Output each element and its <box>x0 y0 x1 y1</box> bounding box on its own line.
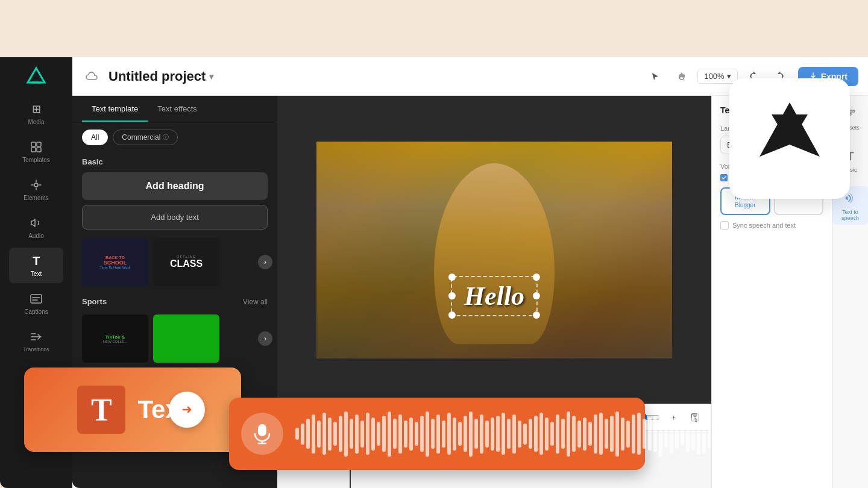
sidebar-label-media: Media <box>28 119 44 125</box>
wave-bar <box>556 414 559 454</box>
add-heading-label: Add heading <box>146 181 204 191</box>
add-body-button[interactable]: Add body text <box>82 205 268 230</box>
wave-bar <box>480 414 483 454</box>
zoom-control[interactable]: 100% ▾ <box>697 69 737 84</box>
wave-bar <box>306 419 310 449</box>
wave-bar <box>686 416 690 452</box>
handle-mr[interactable] <box>533 292 540 299</box>
sidebar-item-captions[interactable]: Captions <box>9 286 63 321</box>
sidebar-label-captions: Captions <box>24 308 48 315</box>
transitions-icon <box>29 330 43 344</box>
wave-bar <box>681 422 684 446</box>
wave-bar <box>317 421 321 448</box>
wave-bar <box>572 416 576 452</box>
filter-commercial-label: Commercial <box>122 133 160 142</box>
wave-bar <box>534 416 538 452</box>
wave-bar <box>485 421 489 448</box>
wave-bar <box>545 418 549 451</box>
svg-rect-2 <box>37 142 41 146</box>
wave-bar <box>474 419 478 449</box>
filter-all-button[interactable]: All <box>82 130 108 145</box>
wave-bar <box>447 413 451 455</box>
hand-tool-button[interactable] <box>671 66 693 87</box>
zoom-value: 100% <box>704 72 724 81</box>
wave-bar <box>409 418 413 451</box>
wave-bar <box>436 414 440 454</box>
wave-bar <box>295 428 299 440</box>
wave-bar <box>360 421 364 448</box>
sidebar-item-elements[interactable]: Elements <box>9 172 63 207</box>
text-element[interactable]: Hello <box>451 276 538 316</box>
cursor-tool-button[interactable] <box>644 66 666 87</box>
wave-bar <box>615 411 619 457</box>
filter-commercial-button[interactable]: Commercial ⓘ <box>113 130 178 145</box>
svg-rect-20 <box>258 424 266 436</box>
school-text: SCHOOL <box>99 260 130 266</box>
wave-bar <box>599 413 603 455</box>
wave-bar <box>561 419 565 449</box>
sports-template-2[interactable] <box>153 314 219 363</box>
wave-bar <box>393 419 397 449</box>
arrow-circle <box>169 392 205 428</box>
templates-icon <box>29 140 43 154</box>
floating-text-card: T Text <box>24 368 241 452</box>
wave-bar <box>344 411 348 457</box>
tab-text-template-label: Text template <box>92 104 138 113</box>
wave-bar <box>464 416 467 452</box>
handle-tl[interactable] <box>448 274 456 281</box>
sports-template-1[interactable]: TikTok & NEW COLLE... <box>82 314 148 363</box>
sync-label: Sync speech and text <box>732 222 796 229</box>
wave-bar <box>371 418 375 451</box>
wave-bar <box>643 419 646 449</box>
elements-icon <box>29 178 43 192</box>
sidebar-item-text[interactable]: T Text <box>9 248 63 283</box>
sidebar-item-media[interactable]: ⊞ Media <box>9 96 63 131</box>
wave-bar <box>659 411 662 457</box>
wave-bar <box>691 418 695 451</box>
sidebar-item-templates[interactable]: Templates <box>9 134 63 169</box>
wave-bar <box>312 414 315 454</box>
wave-bar <box>496 416 500 452</box>
zoom-chevron: ▾ <box>727 72 731 81</box>
wave-bar <box>697 413 700 455</box>
wave-bar <box>539 413 543 455</box>
filter-all-label: All <box>91 133 99 142</box>
view-all-link[interactable]: View all <box>243 298 268 306</box>
handle-bl[interactable] <box>448 311 456 319</box>
title-chevron: ▾ <box>209 72 213 81</box>
wave-bar <box>719 416 722 452</box>
wave-bar <box>518 421 521 448</box>
wave-bar <box>502 413 505 455</box>
sidebar-item-transitions[interactable]: Transitions <box>9 324 63 358</box>
templates-next-button[interactable]: › <box>258 255 272 269</box>
wave-bar <box>708 419 711 449</box>
template-card-back-to-school[interactable]: BACK TO SCHOOL Time To Hard Work <box>82 238 148 286</box>
hello-text: Hello <box>464 281 524 311</box>
wave-bar <box>442 421 445 448</box>
project-title[interactable]: Untitled project ▾ <box>108 69 213 84</box>
wave-bar <box>350 419 353 449</box>
wave-bar <box>588 422 592 446</box>
wave-bar <box>398 414 402 454</box>
sidebar-label-transitions: Transitions <box>23 346 49 352</box>
sports-next-button[interactable]: › <box>258 331 272 346</box>
sync-checkbox[interactable] <box>720 221 729 230</box>
wave-bar <box>491 418 494 451</box>
add-heading-button[interactable]: Add heading <box>82 172 268 200</box>
tab-text-effects[interactable]: Text effects <box>148 96 207 122</box>
tab-text-template[interactable]: Text template <box>82 96 148 122</box>
wave-bar <box>626 421 630 448</box>
waveform <box>295 410 728 458</box>
sidebar-item-audio[interactable]: Audio <box>9 210 63 245</box>
wave-bar <box>605 419 608 449</box>
templates-grid: BACK TO SCHOOL Time To Hard Work OFFLINE… <box>72 232 277 292</box>
video-canvas: Hello <box>277 96 711 404</box>
wave-bar <box>724 411 728 457</box>
wave-bar <box>333 422 337 446</box>
template-card-class[interactable]: OFFLINE CLASS <box>153 238 219 286</box>
wave-bar <box>664 421 668 448</box>
handle-ml[interactable] <box>448 292 456 299</box>
commercial-checkbox[interactable] <box>720 174 728 181</box>
wave-bar <box>621 418 624 451</box>
wave-bar <box>702 414 706 454</box>
